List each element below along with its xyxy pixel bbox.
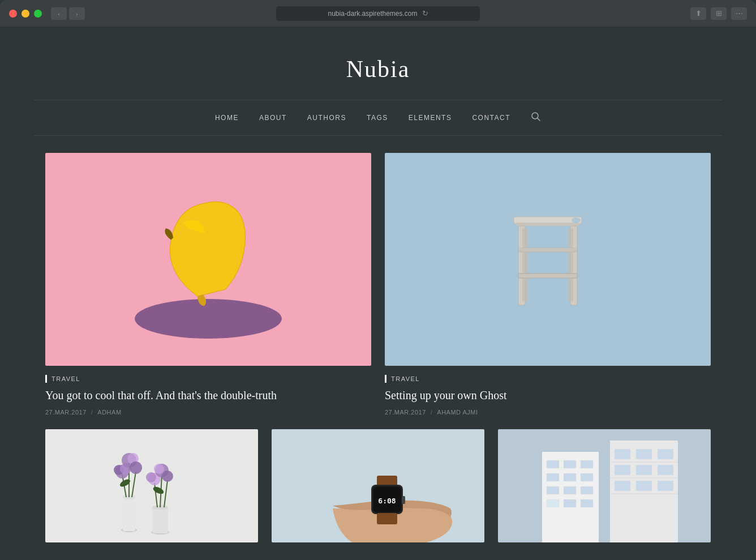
- site-nav: HOME ABOUT AUTHORS TAGS ELEMENTS CONTACT: [0, 100, 756, 135]
- svg-rect-56: [547, 499, 559, 507]
- svg-rect-66: [636, 481, 652, 491]
- svg-rect-63: [636, 465, 652, 475]
- close-button[interactable]: [9, 10, 17, 18]
- back-button[interactable]: ‹: [51, 7, 67, 20]
- post-card-watch[interactable]: 6:08: [272, 429, 484, 552]
- svg-point-32: [146, 472, 156, 482]
- svg-rect-7: [522, 228, 528, 302]
- url-text: nubia-dark.aspirethemes.com: [328, 10, 417, 18]
- svg-rect-67: [658, 481, 673, 491]
- svg-rect-59: [615, 449, 630, 459]
- site-header: Nubia HOME ABOUT AUTHORS TAGS ELEMENTS C…: [0, 27, 756, 136]
- share-button[interactable]: ⬆: [690, 7, 706, 20]
- fullscreen-button[interactable]: [34, 10, 42, 18]
- forward-button[interactable]: ›: [69, 7, 85, 20]
- svg-rect-53: [547, 486, 559, 494]
- post-image-watch: 6:08: [272, 429, 484, 542]
- browser-actions: ⬆ ⊞ ⋯: [690, 7, 747, 20]
- category-bar: [385, 375, 386, 383]
- site-wrapper: Nubia HOME ABOUT AUTHORS TAGS ELEMENTS C…: [0, 27, 756, 560]
- post-author: ADHAM: [97, 409, 121, 416]
- nav-divider: [34, 135, 722, 136]
- nav-tags[interactable]: TAGS: [367, 114, 388, 122]
- svg-rect-58: [581, 499, 593, 507]
- svg-rect-60: [636, 449, 652, 459]
- posts-grid: TRAVEL You got to cool that off. And tha…: [0, 153, 756, 552]
- traffic-lights: [9, 10, 42, 18]
- svg-rect-47: [547, 460, 559, 468]
- svg-rect-16: [152, 507, 168, 533]
- svg-point-36: [152, 485, 165, 495]
- category-label: TRAVEL: [391, 375, 420, 382]
- nav-about[interactable]: ABOUT: [259, 114, 287, 122]
- svg-text:6:08: 6:08: [378, 497, 396, 505]
- post-card-flowers[interactable]: [45, 429, 258, 552]
- svg-point-34: [154, 464, 164, 474]
- post-image-stool: [385, 153, 711, 366]
- svg-line-30: [164, 480, 167, 507]
- svg-line-28: [154, 483, 157, 507]
- nav-authors[interactable]: AUTHORS: [307, 114, 346, 122]
- svg-rect-50: [547, 473, 559, 481]
- svg-rect-62: [615, 465, 630, 475]
- svg-rect-64: [658, 465, 673, 475]
- post-card-building[interactable]: [498, 429, 711, 552]
- site-title: Nubia: [0, 55, 756, 83]
- nav-home[interactable]: HOME: [215, 114, 239, 122]
- svg-rect-49: [581, 460, 593, 468]
- post-image-banana: [45, 153, 371, 366]
- featured-posts-row: TRAVEL You got to cool that off. And tha…: [45, 153, 711, 416]
- post-title-banana: You got to cool that off. And that's the…: [45, 387, 371, 403]
- post-image-flowers: [45, 429, 258, 542]
- svg-point-11: [572, 217, 581, 223]
- reload-icon[interactable]: ↻: [422, 9, 428, 18]
- browser-window: ‹ › nubia-dark.aspirethemes.com ↻ ⬆ ⊞ ⋯: [0, 0, 756, 27]
- svg-rect-55: [581, 486, 593, 494]
- svg-line-1: [538, 118, 540, 121]
- svg-rect-42: [377, 513, 397, 524]
- post-author: AHAMD AJMI: [437, 409, 478, 416]
- category-bar: [45, 375, 47, 383]
- svg-line-20: [132, 472, 136, 497]
- svg-rect-54: [564, 486, 576, 494]
- svg-point-26: [130, 461, 142, 474]
- minimize-button[interactable]: [22, 10, 29, 18]
- tab-button[interactable]: ⊞: [711, 7, 727, 20]
- meta-divider: /: [431, 409, 433, 416]
- svg-rect-61: [658, 449, 673, 459]
- browser-nav: ‹ ›: [51, 7, 85, 20]
- svg-rect-57: [564, 499, 576, 507]
- svg-rect-65: [615, 481, 630, 491]
- nav-elements[interactable]: ELEMENTS: [409, 114, 452, 122]
- svg-rect-48: [564, 460, 576, 468]
- secondary-posts-row: 6:08: [45, 429, 711, 552]
- category-label: TRAVEL: [51, 375, 80, 382]
- post-meta-stool: 27.MAR.2017 / AHAMD AJMI: [385, 409, 711, 416]
- nav-contact[interactable]: CONTACT: [472, 114, 510, 122]
- svg-rect-51: [564, 473, 576, 481]
- svg-rect-4: [517, 223, 579, 226]
- svg-rect-8: [568, 228, 573, 302]
- post-meta-banana: 27.MAR.2017 / ADHAM: [45, 409, 371, 416]
- post-card-stool[interactable]: TRAVEL Setting up your own Ghost 27.MAR.…: [385, 153, 711, 416]
- svg-rect-52: [581, 473, 593, 481]
- svg-point-35: [162, 471, 173, 482]
- svg-rect-43: [402, 496, 405, 504]
- svg-rect-9: [518, 273, 577, 278]
- post-category-stool: TRAVEL: [385, 375, 711, 383]
- post-card-banana[interactable]: TRAVEL You got to cool that off. And tha…: [45, 153, 371, 416]
- post-date: 27.MAR.2017: [45, 409, 87, 416]
- meta-divider: /: [91, 409, 93, 416]
- more-button[interactable]: ⋯: [731, 7, 747, 20]
- post-category-banana: TRAVEL: [45, 375, 371, 383]
- svg-rect-13: [123, 497, 135, 531]
- svg-point-2: [135, 299, 282, 339]
- svg-rect-10: [518, 248, 577, 252]
- post-date: 27.MAR.2017: [385, 409, 426, 416]
- address-bar[interactable]: nubia-dark.aspirethemes.com ↻: [276, 6, 480, 21]
- post-title-stool: Setting up your own Ghost: [385, 387, 711, 403]
- post-image-building: [498, 429, 711, 542]
- search-icon[interactable]: [531, 112, 541, 124]
